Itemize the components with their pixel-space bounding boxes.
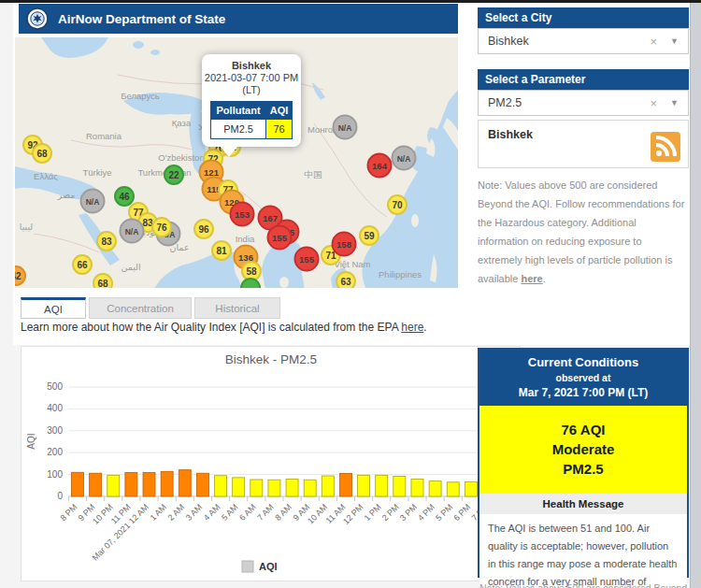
rss-feed-icon[interactable] (651, 132, 680, 162)
current-conditions-header: Current Conditions observed at Mar 7, 20… (479, 350, 687, 406)
popup-pointer (221, 147, 237, 157)
page-title: AirNow Department of State (58, 12, 225, 26)
svg-text:7 AM: 7 AM (255, 502, 276, 523)
city-select-value: Bishkek (488, 35, 650, 48)
svg-text:0: 0 (57, 491, 63, 501)
cc-pollutant: PM2.5 (479, 461, 687, 477)
aqi-marker[interactable]: 22 (164, 165, 184, 185)
aqi-marker[interactable]: N/A (80, 189, 106, 214)
current-conditions-panel: Current Conditions observed at Mar 7, 20… (478, 348, 689, 578)
aqi-marker[interactable]: 155 (267, 225, 293, 251)
aqi-marker[interactable]: N/A (120, 219, 145, 244)
cc-timestamp: Mar 7, 2021 7:00 PM (LT) (481, 386, 685, 399)
vertical-scrollbar[interactable] (690, 3, 701, 588)
svg-text:8 AM: 8 AM (273, 502, 293, 523)
department-of-state-seal-icon (26, 7, 49, 30)
sidebar-note-text: Note: Values above 500 are considered Be… (478, 179, 684, 284)
svg-text:500: 500 (47, 381, 63, 392)
svg-text:4 AM: 4 AM (202, 502, 222, 523)
svg-text:300: 300 (47, 425, 63, 436)
popup-pollutant-value: PM2.5 (211, 120, 266, 139)
popup-aqi-value: 76 (266, 120, 293, 139)
popup-col-aqi: AQI (266, 102, 293, 120)
aqi-marker[interactable]: 81 (211, 240, 232, 261)
svg-text:10 AM: 10 AM (306, 502, 329, 525)
aqi-marker[interactable]: 70 (387, 194, 408, 215)
svg-text:1 AM: 1 AM (148, 502, 168, 523)
learn-more-suffix: . (423, 321, 426, 334)
cc-aqi-category: Moderate (479, 441, 687, 457)
svg-text:2 AM: 2 AM (166, 502, 187, 523)
svg-text:6 PM: 6 PM (451, 502, 472, 523)
aqi-bar-chart[interactable]: Bishkek - PM2.501002003004005008 PM9 PM1… (21, 347, 520, 581)
aqi-marker[interactable]: 96 (193, 219, 214, 239)
aqi-marker[interactable]: 66 (72, 254, 93, 275)
svg-text:3 PM: 3 PM (398, 502, 419, 523)
map-station-popup: Bishkek 2021-03-07 7:00 PM (LT) Pollutan… (202, 54, 301, 147)
cc-aqi-value: 76 AQI (479, 422, 687, 437)
aqi-marker[interactable]: 59 (359, 225, 379, 246)
popup-aqi-table: Pollutant AQI PM2.5 76 (210, 101, 293, 139)
tab-concentration[interactable]: Concentration (89, 297, 192, 319)
parameter-chevron-down-icon[interactable]: ▼ (670, 98, 679, 108)
svg-text:8 PM: 8 PM (58, 502, 79, 523)
cc-title: Current Conditions (481, 355, 685, 369)
tab-aqi[interactable]: AQI (21, 297, 86, 319)
aqi-marker[interactable]: N/A (392, 146, 417, 171)
note-here-link[interactable]: here (521, 273, 542, 284)
city-select[interactable]: Bishkek × ▼ (478, 28, 689, 54)
aqi-marker[interactable]: 68 (32, 143, 52, 164)
svg-text:400: 400 (47, 403, 63, 413)
aqi-marker[interactable]: 164 (367, 153, 393, 179)
svg-text:Bishkek - PM2.5: Bishkek - PM2.5 (225, 352, 317, 366)
svg-text:5 PM: 5 PM (434, 502, 454, 523)
aqi-marker[interactable]: 83 (96, 231, 117, 251)
parameter-clear-icon[interactable]: × (650, 96, 657, 110)
sidebar-note-period: . (543, 273, 546, 284)
svg-text:2 PM: 2 PM (380, 502, 401, 523)
aqi-chart-panel: Bishkek - PM2.501002003004005008 PM9 PM1… (21, 346, 521, 581)
svg-text:AQI: AQI (26, 433, 36, 449)
aqi-marker[interactable]: 153 (230, 202, 255, 227)
select-city-header: Select a City (478, 7, 689, 28)
learn-more-prefix: Learn more about how the Air Quality Ind… (21, 321, 401, 334)
svg-text:10 PM: 10 PM (91, 502, 114, 525)
svg-text:6 AM: 6 AM (237, 502, 258, 523)
learn-more-text: Learn more about how the Air Quality Ind… (21, 321, 427, 334)
tab-historical[interactable]: Historical (194, 297, 280, 319)
sidebar-note: Note: Values above 500 are considered Be… (478, 176, 689, 288)
aqi-marker[interactable]: 68 (93, 273, 113, 288)
city-feed-box: Bishkek (478, 120, 689, 168)
popup-city: Bishkek (202, 60, 301, 72)
cc-health-message-text: The AQI is between 51 and 100. Air quali… (479, 514, 687, 588)
popup-datetime: 2021-03-07 7:00 PM (202, 72, 301, 84)
aqi-marker[interactable]: 76 (151, 217, 172, 237)
cc-bottom-note: Note: Values above 500 are considered Be… (479, 581, 691, 588)
svg-text:12 PM: 12 PM (341, 502, 365, 525)
feed-city-label: Bishkek (488, 128, 533, 141)
svg-text:5 AM: 5 AM (220, 502, 240, 523)
svg-text:AQI: AQI (259, 561, 278, 572)
cc-subtitle: observed at (481, 372, 685, 383)
cc-aqi-block: 76 AQI Moderate PM2.5 (479, 406, 687, 494)
parameter-select-value: PM2.5 (488, 96, 650, 109)
popup-timezone: (LT) (202, 84, 301, 96)
app-header: AirNow Department of State (19, 4, 458, 34)
city-chevron-down-icon[interactable]: ▼ (670, 36, 679, 46)
svg-text:3 AM: 3 AM (184, 502, 205, 523)
svg-text:200: 200 (47, 447, 63, 457)
svg-text:100: 100 (47, 469, 63, 480)
cc-health-message-title: Health Message (479, 494, 687, 514)
aqi-marker[interactable]: 158 (332, 232, 357, 257)
city-clear-icon[interactable]: × (650, 35, 657, 49)
aqi-marker[interactable]: 63 (336, 271, 356, 288)
epa-here-link[interactable]: here (401, 321, 423, 334)
svg-text:4 PM: 4 PM (416, 502, 436, 523)
popup-col-pollutant: Pollutant (211, 102, 266, 120)
select-parameter-header: Select a Parameter (478, 69, 689, 90)
aqi-marker[interactable]: N/A (333, 115, 358, 140)
aqi-marker[interactable]: 42 (15, 265, 26, 286)
svg-text:1 PM: 1 PM (363, 502, 383, 523)
aqi-marker[interactable]: 155 (294, 247, 320, 272)
parameter-select[interactable]: PM2.5 × ▼ (478, 90, 689, 116)
